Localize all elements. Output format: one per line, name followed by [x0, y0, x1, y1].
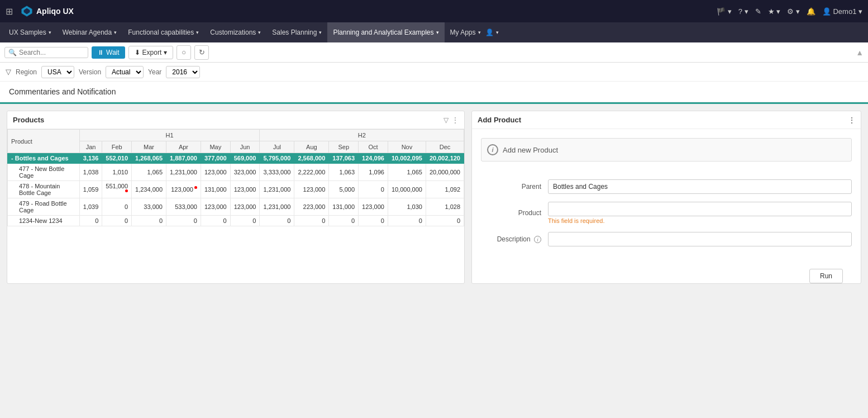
- col-apr: Apr: [166, 141, 201, 153]
- table-row: 477 - New Bottle Cage1,0381,0101,0651,23…: [8, 164, 464, 181]
- page-title-bar: Commentaries and Notification: [0, 82, 868, 102]
- version-select[interactable]: Actual: [106, 66, 144, 78]
- chevron-icon: ▾: [196, 30, 199, 35]
- products-filter-icon[interactable]: ▽: [443, 116, 449, 124]
- top-nav-right: 🏴 ▾ ? ▾ ✎ ★ ▾ ⚙ ▾ 🔔 👤 Demo1 ▾: [717, 7, 862, 16]
- menu-sales-planning[interactable]: Sales Planning ▾: [266, 22, 327, 42]
- user-icon-menu: 👤: [485, 28, 494, 36]
- add-new-product-row: i Add new Product: [472, 129, 861, 170]
- filter-bar: ▽ Region USA Version Actual Year 2016: [0, 63, 868, 82]
- chevron-icon: ▾: [478, 30, 481, 35]
- search-box[interactable]: 🔍: [4, 47, 88, 58]
- refresh-button[interactable]: ↻: [194, 45, 209, 60]
- col-jun: Jun: [230, 141, 260, 153]
- refresh-icon: ↻: [199, 48, 205, 56]
- menu-webinar-agenda[interactable]: Webinar Agenda ▾: [57, 22, 123, 42]
- bell-icon[interactable]: 🔔: [807, 7, 815, 16]
- region-select[interactable]: USA: [41, 66, 74, 78]
- question-icon[interactable]: ? ▾: [738, 7, 748, 16]
- wait-icon: ⏸: [97, 49, 104, 56]
- logo-area: Apliqo UX: [21, 5, 74, 17]
- menu-ux-samples[interactable]: UX Samples ▾: [3, 22, 57, 42]
- col-header-product: Product: [8, 130, 80, 153]
- top-nav: ⊞ Apliqo UX 🏴 ▾ ? ▾ ✎ ★ ▾ ⚙ ▾ 🔔 👤 Demo1 …: [0, 0, 868, 22]
- main-content: Products ▽ ⋮ Product H1 H2 Jan Feb: [0, 104, 868, 291]
- table-row: 478 - Mountain Bottle Cage1,059551,0001,…: [8, 181, 464, 198]
- products-panel: Products ▽ ⋮ Product H1 H2 Jan Feb: [7, 111, 465, 284]
- col-jan: Jan: [79, 141, 102, 153]
- product-field-group: This field is required.: [548, 202, 852, 224]
- chevron-icon: ▾: [436, 30, 439, 35]
- col-feb: Feb: [102, 141, 132, 153]
- export-icon: ⬇: [135, 49, 140, 56]
- chevron-icon: ▾: [49, 30, 51, 35]
- products-menu-icon[interactable]: ⋮: [452, 116, 459, 124]
- col-mar: Mar: [132, 141, 166, 153]
- col-oct: Oct: [359, 141, 388, 153]
- year-select[interactable]: 2016: [166, 66, 200, 78]
- parent-input[interactable]: [548, 179, 852, 194]
- col-may: May: [201, 141, 230, 153]
- col-nov: Nov: [388, 141, 426, 153]
- col-aug: Aug: [294, 141, 329, 153]
- filter-icon[interactable]: ▽: [6, 68, 11, 76]
- description-input[interactable]: [548, 232, 852, 246]
- add-product-form: Parent Product This field is required. D…: [472, 170, 861, 263]
- page-title: Commentaries and Notification: [9, 87, 859, 96]
- flag-icon[interactable]: 🏴 ▾: [717, 7, 732, 16]
- chevron-icon: ▾: [114, 30, 117, 35]
- description-label: Description i: [481, 235, 548, 244]
- add-product-panel: Add Product ⋮ i Add new Product Parent P…: [471, 111, 861, 284]
- product-input[interactable]: [548, 202, 852, 216]
- export-button[interactable]: ⬇ Export ▾: [128, 46, 174, 59]
- table-row: 479 - Road Bottle Cage1,039033,000533,00…: [8, 198, 464, 216]
- col-jul: Jul: [260, 141, 294, 153]
- run-button-row: Run: [472, 263, 861, 283]
- export-chevron-icon: ▾: [164, 49, 167, 56]
- chevron-icon-2: ▾: [496, 30, 499, 35]
- add-product-menu-icon[interactable]: ⋮: [848, 116, 855, 124]
- menu-planning-analytical[interactable]: Planning and Analytical Examples ▾: [327, 22, 444, 42]
- col-header-h2: H2: [260, 130, 464, 141]
- form-row-product: Product This field is required.: [481, 202, 852, 224]
- form-row-description: Description i: [481, 232, 852, 246]
- description-info-icon: i: [534, 236, 541, 243]
- search-icon: 🔍: [8, 49, 17, 56]
- grid-icon[interactable]: ⊞: [6, 6, 13, 17]
- products-panel-actions: ▽ ⋮: [443, 116, 459, 124]
- form-row-parent: Parent: [481, 179, 852, 194]
- products-table: Product H1 H2 Jan Feb Mar Apr May Jun Ju…: [7, 129, 464, 226]
- gear-icon[interactable]: ⚙ ▾: [787, 7, 800, 16]
- reset-icon: ○: [182, 48, 186, 56]
- run-button[interactable]: Run: [809, 269, 843, 283]
- col-dec: Dec: [426, 141, 464, 153]
- logo-svg: [21, 5, 33, 17]
- products-panel-title: Products: [13, 116, 44, 124]
- required-message: This field is required.: [548, 217, 852, 224]
- table-row: - Bottles and Cages3,136552,0101,268,065…: [8, 153, 464, 164]
- toolbar: 🔍 ⏸ Wait ⬇ Export ▾ ○ ↻ ▲: [0, 42, 868, 63]
- menu-my-apps[interactable]: My Apps ▾ 👤 ▾: [445, 22, 504, 42]
- info-circle-icon: i: [487, 144, 498, 155]
- star-icon[interactable]: ★ ▾: [768, 7, 781, 16]
- app-title: Apliqo UX: [36, 7, 74, 16]
- add-product-title: Add Product: [478, 116, 521, 124]
- edit-icon[interactable]: ✎: [755, 7, 761, 16]
- search-input[interactable]: [19, 49, 80, 56]
- wait-button[interactable]: ⏸ Wait: [92, 46, 125, 59]
- reset-button[interactable]: ○: [177, 45, 191, 60]
- collapse-icon[interactable]: ▲: [856, 48, 864, 57]
- add-new-product-button[interactable]: i Add new Product: [481, 138, 852, 162]
- products-panel-header: Products ▽ ⋮: [7, 111, 464, 129]
- menu-functional-capabilities[interactable]: Functional capabilities ▾: [122, 22, 204, 42]
- menu-bar: UX Samples ▾ Webinar Agenda ▾ Functional…: [0, 22, 868, 42]
- col-header-h1: H1: [79, 130, 260, 141]
- user-menu[interactable]: 👤 Demo1 ▾: [822, 7, 862, 16]
- add-product-header: Add Product ⋮: [472, 111, 861, 129]
- table-row: 1234-New 1234000000000000: [8, 216, 464, 226]
- parent-label: Parent: [481, 183, 548, 191]
- product-label: Product: [481, 209, 548, 217]
- menu-customizations[interactable]: Customizations ▾: [204, 22, 266, 42]
- chevron-icon: ▾: [319, 30, 322, 35]
- col-sep: Sep: [329, 141, 359, 153]
